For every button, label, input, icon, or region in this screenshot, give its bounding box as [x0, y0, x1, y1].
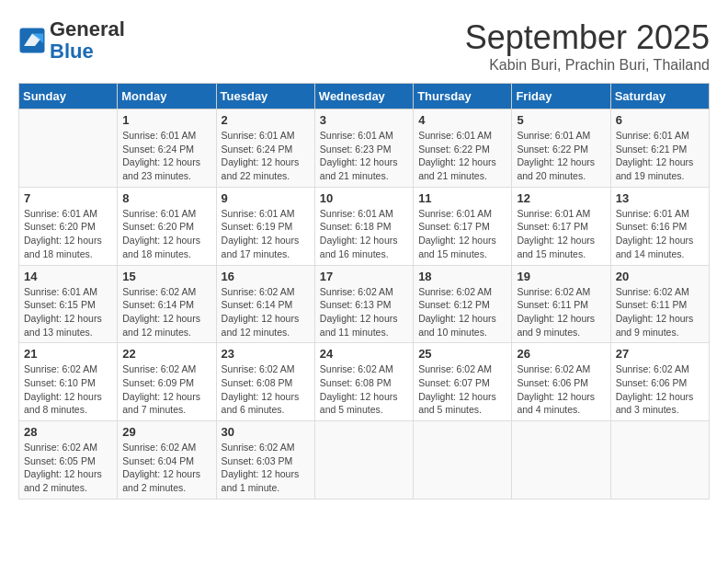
logo: General Blue: [18, 18, 125, 63]
day-number: 24: [320, 347, 408, 361]
logo-icon: [18, 27, 46, 54]
weekday-header-sunday: Sunday: [19, 84, 118, 109]
day-number: 16: [222, 270, 310, 283]
calendar-cell: [610, 421, 709, 500]
day-number: 23: [222, 347, 310, 361]
day-info: Sunrise: 6:02 AMSunset: 6:07 PMDaylight:…: [418, 362, 506, 417]
day-info: Sunrise: 6:02 AMSunset: 6:05 PMDaylight:…: [24, 441, 112, 495]
calendar-cell: 15Sunrise: 6:02 AMSunset: 6:14 PMDayligh…: [118, 265, 216, 343]
day-info: Sunrise: 6:01 AMSunset: 6:20 PMDaylight:…: [122, 207, 210, 261]
weekday-header-tuesday: Tuesday: [216, 84, 314, 109]
calendar-cell: 2Sunrise: 6:01 AMSunset: 6:24 PMDaylight…: [216, 109, 314, 188]
calendar-body: 1Sunrise: 6:01 AMSunset: 6:24 PMDaylight…: [19, 109, 710, 500]
logo-line2: Blue: [50, 40, 125, 63]
calendar-cell: 14Sunrise: 6:01 AMSunset: 6:15 PMDayligh…: [19, 265, 118, 343]
day-info: Sunrise: 6:02 AMSunset: 6:10 PMDaylight:…: [24, 362, 112, 417]
day-info: Sunrise: 6:01 AMSunset: 6:16 PMDaylight:…: [616, 207, 704, 261]
day-number: 12: [517, 191, 605, 205]
calendar-week-row: 14Sunrise: 6:01 AMSunset: 6:15 PMDayligh…: [19, 265, 710, 343]
day-number: 14: [24, 270, 112, 283]
calendar-cell: 29Sunrise: 6:02 AMSunset: 6:04 PMDayligh…: [118, 421, 216, 500]
day-number: 17: [320, 270, 408, 283]
day-number: 20: [616, 270, 704, 283]
calendar-cell: 18Sunrise: 6:02 AMSunset: 6:12 PMDayligh…: [414, 265, 512, 343]
calendar-week-row: 21Sunrise: 6:02 AMSunset: 6:10 PMDayligh…: [19, 343, 710, 421]
calendar-cell: 21Sunrise: 6:02 AMSunset: 6:10 PMDayligh…: [19, 343, 118, 421]
day-number: 9: [222, 191, 310, 205]
calendar-cell: 9Sunrise: 6:01 AMSunset: 6:19 PMDaylight…: [216, 187, 314, 265]
title-block: September 2025 Kabin Buri, Prachin Buri,…: [465, 18, 710, 74]
page-header: General Blue September 2025 Kabin Buri, …: [18, 18, 710, 74]
calendar-cell: 6Sunrise: 6:01 AMSunset: 6:21 PMDaylight…: [610, 109, 709, 188]
day-info: Sunrise: 6:02 AMSunset: 6:08 PMDaylight:…: [222, 362, 310, 417]
day-number: 8: [122, 191, 210, 205]
day-number: 10: [320, 191, 408, 205]
day-number: 5: [517, 113, 605, 127]
day-number: 13: [616, 191, 704, 205]
day-number: 7: [24, 191, 112, 205]
day-info: Sunrise: 6:02 AMSunset: 6:06 PMDaylight:…: [517, 362, 605, 417]
calendar-cell: 3Sunrise: 6:01 AMSunset: 6:23 PMDaylight…: [314, 109, 413, 188]
day-info: Sunrise: 6:01 AMSunset: 6:15 PMDaylight:…: [24, 285, 112, 339]
day-number: 29: [122, 425, 210, 439]
day-info: Sunrise: 6:02 AMSunset: 6:13 PMDaylight:…: [320, 285, 408, 339]
day-info: Sunrise: 6:02 AMSunset: 6:08 PMDaylight:…: [320, 362, 408, 417]
day-number: 3: [320, 113, 408, 127]
day-info: Sunrise: 6:01 AMSunset: 6:22 PMDaylight:…: [418, 129, 506, 183]
location-title: Kabin Buri, Prachin Buri, Thailand: [465, 57, 710, 74]
day-number: 21: [24, 347, 112, 361]
calendar-cell: 11Sunrise: 6:01 AMSunset: 6:17 PMDayligh…: [414, 187, 512, 265]
calendar-cell: 24Sunrise: 6:02 AMSunset: 6:08 PMDayligh…: [314, 343, 413, 421]
logo-line1: General: [50, 18, 125, 40]
weekday-header-thursday: Thursday: [414, 84, 512, 109]
calendar-cell: 22Sunrise: 6:02 AMSunset: 6:09 PMDayligh…: [118, 343, 216, 421]
day-number: 30: [222, 425, 310, 439]
weekday-header-wednesday: Wednesday: [314, 84, 413, 109]
calendar-cell: 10Sunrise: 6:01 AMSunset: 6:18 PMDayligh…: [314, 187, 413, 265]
day-info: Sunrise: 6:02 AMSunset: 6:03 PMDaylight:…: [222, 441, 310, 495]
calendar-cell: 4Sunrise: 6:01 AMSunset: 6:22 PMDaylight…: [414, 109, 512, 188]
day-number: 18: [418, 270, 506, 283]
day-info: Sunrise: 6:01 AMSunset: 6:22 PMDaylight:…: [517, 129, 605, 183]
calendar-cell: 25Sunrise: 6:02 AMSunset: 6:07 PMDayligh…: [414, 343, 512, 421]
weekday-header-saturday: Saturday: [610, 84, 709, 109]
calendar-cell: 16Sunrise: 6:02 AMSunset: 6:14 PMDayligh…: [216, 265, 314, 343]
day-info: Sunrise: 6:02 AMSunset: 6:14 PMDaylight:…: [222, 285, 310, 339]
day-info: Sunrise: 6:01 AMSunset: 6:19 PMDaylight:…: [222, 207, 310, 261]
day-number: 1: [122, 113, 210, 127]
calendar-cell: 7Sunrise: 6:01 AMSunset: 6:20 PMDaylight…: [19, 187, 118, 265]
day-info: Sunrise: 6:01 AMSunset: 6:20 PMDaylight:…: [24, 207, 112, 261]
day-number: 19: [517, 270, 605, 283]
day-number: 4: [418, 113, 506, 127]
calendar-week-row: 28Sunrise: 6:02 AMSunset: 6:05 PMDayligh…: [19, 421, 710, 500]
calendar-header: SundayMondayTuesdayWednesdayThursdayFrid…: [19, 84, 710, 109]
calendar-cell: [414, 421, 512, 500]
calendar-cell: [19, 109, 118, 188]
day-info: Sunrise: 6:01 AMSunset: 6:21 PMDaylight:…: [616, 129, 704, 183]
calendar-cell: 17Sunrise: 6:02 AMSunset: 6:13 PMDayligh…: [314, 265, 413, 343]
weekday-header-monday: Monday: [118, 84, 216, 109]
weekday-header-friday: Friday: [512, 84, 610, 109]
day-number: 27: [616, 347, 704, 361]
day-info: Sunrise: 6:01 AMSunset: 6:24 PMDaylight:…: [222, 129, 310, 183]
calendar-cell: [512, 421, 610, 500]
day-info: Sunrise: 6:02 AMSunset: 6:09 PMDaylight:…: [122, 362, 210, 417]
calendar-cell: 30Sunrise: 6:02 AMSunset: 6:03 PMDayligh…: [216, 421, 314, 500]
day-info: Sunrise: 6:02 AMSunset: 6:04 PMDaylight:…: [122, 441, 210, 495]
day-number: 6: [616, 113, 704, 127]
day-info: Sunrise: 6:02 AMSunset: 6:14 PMDaylight:…: [122, 285, 210, 339]
calendar-cell: 28Sunrise: 6:02 AMSunset: 6:05 PMDayligh…: [19, 421, 118, 500]
day-info: Sunrise: 6:02 AMSunset: 6:06 PMDaylight:…: [616, 362, 704, 417]
day-info: Sunrise: 6:02 AMSunset: 6:11 PMDaylight:…: [517, 285, 605, 339]
day-number: 15: [122, 270, 210, 283]
calendar-cell: 13Sunrise: 6:01 AMSunset: 6:16 PMDayligh…: [610, 187, 709, 265]
calendar-cell: 12Sunrise: 6:01 AMSunset: 6:17 PMDayligh…: [512, 187, 610, 265]
day-info: Sunrise: 6:01 AMSunset: 6:17 PMDaylight:…: [517, 207, 605, 261]
day-info: Sunrise: 6:02 AMSunset: 6:12 PMDaylight:…: [418, 285, 506, 339]
calendar-cell: [314, 421, 413, 500]
day-info: Sunrise: 6:01 AMSunset: 6:24 PMDaylight:…: [122, 129, 210, 183]
calendar-cell: 27Sunrise: 6:02 AMSunset: 6:06 PMDayligh…: [610, 343, 709, 421]
month-title: September 2025: [465, 18, 710, 57]
day-number: 22: [122, 347, 210, 361]
calendar-cell: 23Sunrise: 6:02 AMSunset: 6:08 PMDayligh…: [216, 343, 314, 421]
